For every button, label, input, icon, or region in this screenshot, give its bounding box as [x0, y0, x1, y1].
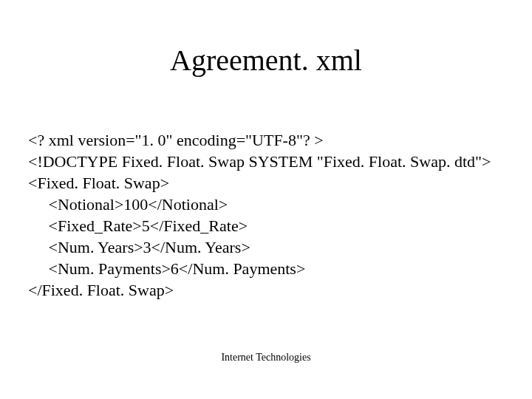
code-line: <!DOCTYPE Fixed. Float. Swap SYSTEM "Fix…	[28, 152, 491, 171]
code-line: <Num. Years>3</Num. Years>	[28, 238, 250, 256]
code-line: <Num. Payments>6</Num. Payments>	[28, 259, 305, 278]
code-line: </Fixed. Float. Swap>	[28, 281, 174, 299]
code-line: <Notional>100</Notional>	[28, 195, 228, 214]
slide: Agreement. xml <? xml version="1. 0" enc…	[0, 0, 532, 399]
code-line: <Fixed_Rate>5</Fixed_Rate>	[28, 216, 248, 235]
slide-title: Agreement. xml	[0, 0, 532, 78]
code-line: <Fixed. Float. Swap>	[28, 174, 169, 192]
slide-footer: Internet Technologies	[0, 352, 532, 364]
code-line: <? xml version="1. 0" encoding="UTF-8"? …	[28, 131, 324, 149]
xml-code-block: <? xml version="1. 0" encoding="UTF-8"? …	[28, 129, 491, 301]
